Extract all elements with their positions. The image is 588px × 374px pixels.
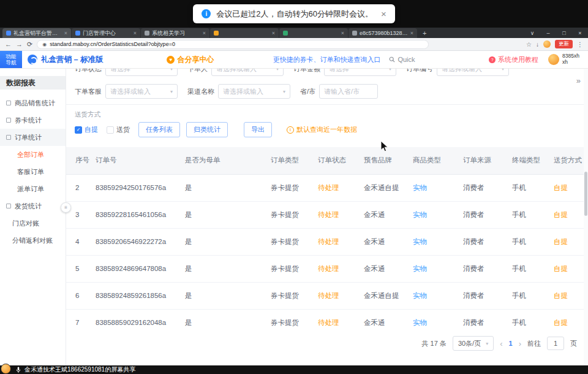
browser-profile-avatar[interactable]: [543, 40, 551, 48]
cell-goods-type[interactable]: 实物: [409, 309, 459, 329]
tutorial-link[interactable]: ? 系统使用教程: [489, 55, 538, 64]
browser-update-button[interactable]: 更新: [555, 40, 573, 48]
back-icon[interactable]: ←: [5, 41, 12, 48]
tab-title: 系统相关学习: [152, 29, 200, 37]
cell-is-parent: 是: [181, 228, 267, 255]
function-nav-tab[interactable]: 功能 导航: [0, 51, 22, 68]
tab-close-icon[interactable]: ×: [272, 30, 275, 36]
order-status-select[interactable]: 请选择▾: [105, 69, 178, 76]
channel-name-select[interactable]: 请选择或输入▾: [218, 84, 290, 99]
checkbox-self-pickup[interactable]: ✓ 自提: [75, 125, 98, 134]
cell-goods-type[interactable]: 实物: [409, 255, 459, 282]
export-button[interactable]: 导出: [244, 122, 272, 137]
cell-goods-type[interactable]: 实物: [409, 201, 459, 228]
browser-tab-store-admin[interactable]: 门店管理中心 ×: [72, 28, 140, 38]
site-info-icon[interactable]: ◉: [42, 42, 47, 47]
filter-label: 省/市: [300, 87, 315, 96]
url-text: standard.maboy.cn/OrderStatisticsDetail?…: [50, 41, 175, 47]
share-center-link[interactable]: ♥ 合分享中心: [167, 55, 214, 65]
order-no-select[interactable]: 请选择或输入▾: [437, 69, 509, 76]
select-placeholder: 请选择: [110, 69, 130, 74]
address-bar[interactable]: ◉ standard.maboy.cn/OrderStatisticsDetai…: [37, 40, 429, 49]
tab-close-icon[interactable]: ×: [341, 30, 344, 36]
sidebar-item-service-orders[interactable]: 客服订单: [0, 163, 66, 180]
task-list-button[interactable]: 任务列表: [138, 122, 180, 137]
new-tab-button[interactable]: +: [418, 28, 431, 38]
browser-tab-5[interactable]: ×: [279, 28, 348, 38]
user-name-main: 8385xh: [562, 53, 579, 59]
chevron-down-icon: ▾: [389, 69, 391, 72]
page-size-select[interactable]: 30条/页 ▾: [453, 336, 494, 351]
cell-order-type: 券卡提货: [267, 309, 314, 329]
filter-expand-icon[interactable]: »: [576, 76, 581, 85]
category-stats-button[interactable]: 归类统计: [186, 122, 228, 137]
cell-delivery: 自提: [550, 309, 588, 329]
cell-goods-type[interactable]: 实物: [409, 174, 459, 201]
cell-delivery: 自提: [550, 174, 588, 201]
delivery-toolbar: ✓ 自提 送货 任务列表 归类统计 导出 i 默认查询近一年数据: [75, 122, 579, 137]
browser-tab-6[interactable]: e8c573980b1328a258fd2e6 ×: [349, 28, 417, 38]
sidebar-item-dispatch-orders[interactable]: 派单订单: [0, 180, 66, 197]
sidebar-item-label: 客服订单: [17, 167, 44, 177]
next-page-button[interactable]: ›: [519, 339, 521, 348]
screen: i 会议已超过2人，自动转为60分钟限时会议。 × 礼盒营销平台管理中心 × 门…: [0, 0, 588, 374]
download-icon[interactable]: ↓: [536, 41, 539, 48]
prev-page-button[interactable]: ‹: [500, 339, 502, 348]
browser-tab-learning[interactable]: 系统相关学习 ×: [141, 28, 209, 38]
window-close-button[interactable]: ×: [572, 28, 588, 38]
scrollbar-thumb[interactable]: [584, 172, 587, 216]
cell-terminal: 手机: [508, 201, 550, 228]
tab-close-icon[interactable]: ×: [203, 30, 206, 36]
quick-search[interactable]: Quick: [389, 56, 415, 63]
sidebar-item-coupon-stats[interactable]: 券卡统计: [0, 112, 66, 129]
filter-channel-name: 渠道名称 请选择或输入▾: [187, 84, 290, 99]
table-header: 序号 订单号 是否为母单 订单类型 订单状态 预售品牌 商品类型 订单来源 终端…: [66, 147, 588, 174]
tab-title: 门店管理中心: [83, 29, 131, 37]
checkbox-delivery[interactable]: 送货: [107, 125, 130, 134]
user-menu[interactable]: 8385xh xh: [548, 53, 579, 66]
select-placeholder: 请选择: [329, 69, 349, 74]
bookmark-star-icon[interactable]: ☆: [526, 41, 532, 48]
browser-tab-4[interactable]: ×: [210, 28, 279, 38]
tab-close-icon[interactable]: ×: [410, 30, 413, 36]
window-minimize-button[interactable]: –: [540, 28, 556, 38]
browser-tab-gift-admin[interactable]: 礼盒营销平台管理中心 ×: [2, 28, 71, 38]
sidebar-item-product-sales-stats[interactable]: 商品销售统计: [0, 94, 66, 112]
cell-goods-type[interactable]: 实物: [409, 282, 459, 309]
quick-entry-link[interactable]: 更快捷的券卡、订单和快递查询入口: [273, 55, 380, 64]
tab-close-icon[interactable]: ×: [64, 30, 67, 36]
sidebar-item-distribution-rebate[interactable]: 分销返利对账: [0, 232, 66, 249]
cell-order-no: 83859228165461056a: [92, 201, 181, 228]
cell-source: 消费者: [459, 282, 508, 309]
window-maximize-button[interactable]: □: [556, 28, 572, 38]
browser-menu-icon[interactable]: ⋮: [577, 41, 583, 48]
orderer-select[interactable]: 请选择或输入▾: [211, 69, 284, 76]
order-agent-select[interactable]: 请选择或输入▾: [105, 84, 178, 99]
sidebar-item-all-orders[interactable]: 全部订单: [0, 146, 66, 163]
sidebar-item-shipping-stats[interactable]: 发货统计: [0, 197, 66, 215]
tab-close-icon[interactable]: ×: [134, 30, 137, 36]
cell-status: 待处理: [314, 282, 360, 309]
goto-page-input[interactable]: [547, 337, 564, 350]
total-count: 共 17 条: [422, 339, 447, 348]
current-page[interactable]: 1: [509, 340, 513, 347]
cell-goods-type[interactable]: 实物: [409, 228, 459, 255]
col-goods-type: 商品类型: [409, 147, 459, 174]
cell-is-parent: 是: [181, 282, 267, 309]
toast-close-icon[interactable]: ×: [381, 9, 386, 19]
cell-seq: 4: [66, 228, 92, 255]
filter-row: 下单客服 请选择或输入▾ 渠道名称 请选择或输入▾ 省/市 请输入省/市: [66, 80, 588, 104]
cell-status: 待处理: [314, 255, 360, 282]
sidebar-item-store-reconciliation[interactable]: 门店对账: [0, 215, 66, 232]
order-amount-select[interactable]: 请选择▾: [324, 69, 396, 76]
menu-item-icon: [6, 118, 11, 123]
tab-search-icon[interactable]: ∨: [524, 28, 540, 38]
chevron-down-icon: ▾: [170, 89, 173, 94]
filter-order-status: 订单状态 请选择▾: [75, 69, 178, 76]
reload-icon[interactable]: ⟳: [27, 41, 32, 48]
province-city-input[interactable]: 请输入省/市: [319, 84, 378, 99]
forward-icon[interactable]: →: [16, 41, 23, 48]
sidebar-collapse-handle[interactable]: ≡: [61, 202, 71, 213]
sidebar-item-order-stats[interactable]: 订单统计: [0, 129, 66, 146]
checkbox-unchecked-icon: [107, 126, 114, 134]
